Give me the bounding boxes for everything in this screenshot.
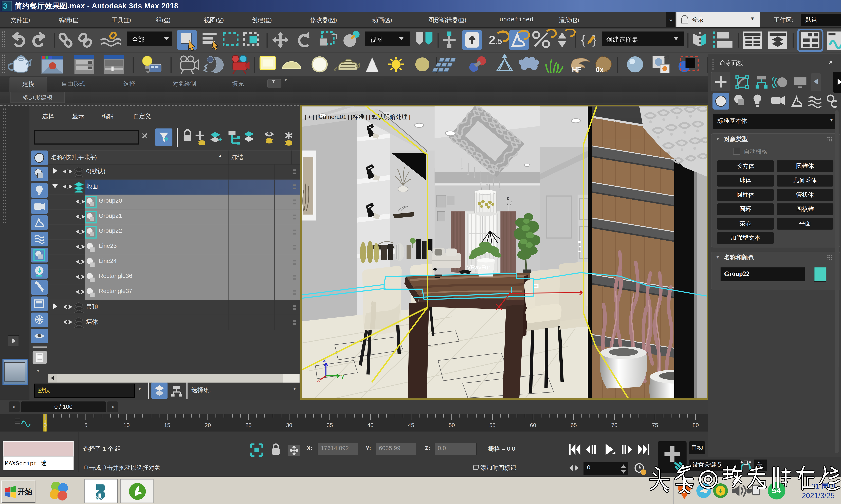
svg-text:全部: 全部	[132, 36, 144, 43]
svg-text:y: y	[341, 373, 344, 379]
svg-text:视图: 视图	[370, 36, 383, 43]
svg-text:0x: 0x	[596, 66, 603, 74]
svg-text:...: ...	[494, 266, 498, 271]
svg-text:z: z	[507, 196, 509, 200]
svg-text:[ + ] [ Camera01 ] [标准 ] [ 默认明: [ + ] [ Camera01 ] [标准 ] [ 默认明暗处理 ]	[305, 113, 410, 120]
svg-text:{: {	[581, 33, 585, 47]
svg-text:2.5: 2.5	[489, 33, 502, 47]
svg-text:HF: HF	[572, 66, 581, 74]
svg-text:z: z	[323, 357, 326, 363]
svg-text:MAX: MAX	[96, 497, 103, 501]
svg-text:x: x	[317, 377, 320, 383]
svg-text:VRayFur: VRayFur	[467, 264, 490, 271]
svg-text:创建选择集: 创建选择集	[606, 36, 638, 43]
